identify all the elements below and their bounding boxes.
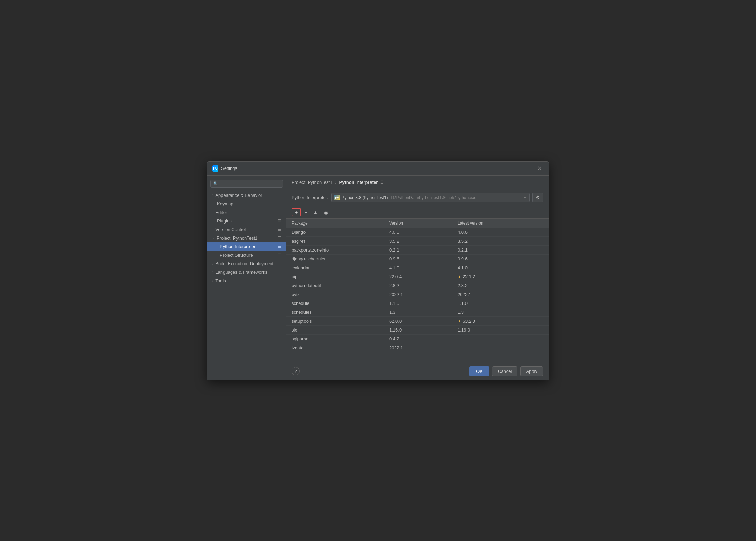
- collapse-arrow-languages: ›: [212, 270, 213, 274]
- cell-package: backports.zoneinfo: [292, 247, 389, 253]
- search-icon: 🔍: [213, 181, 218, 186]
- eye-button[interactable]: ◉: [321, 208, 331, 216]
- content-area: Project: PythonTest1 › Python Interprete…: [286, 176, 549, 380]
- cell-version: 1.1.0: [389, 301, 458, 306]
- collapse-arrow-appearance: ›: [212, 193, 213, 197]
- sidebar-label-plugins: Plugins: [217, 218, 232, 224]
- cell-latest: 3.5.2: [458, 239, 543, 244]
- sidebar-item-python-interpreter[interactable]: Python Interpreter ☰: [207, 242, 286, 251]
- cell-latest: 0.9.6: [458, 256, 543, 261]
- cell-package: six: [292, 327, 389, 333]
- sidebar-label-languages: Languages & Frameworks: [215, 270, 267, 275]
- table-row[interactable]: backports.zoneinfo 0.2.1 0.2.1: [286, 246, 549, 255]
- breadcrumb-icon: ☰: [380, 180, 384, 185]
- sidebar: 🔍 › Appearance & Behavior Keymap › Edito…: [207, 176, 286, 380]
- cell-package: icalendar: [292, 265, 389, 270]
- table-row[interactable]: asgiref 3.5.2 3.5.2: [286, 237, 549, 246]
- table-row[interactable]: sqlparse 0.4.2: [286, 335, 549, 343]
- cell-latest: [458, 336, 543, 341]
- upgrade-arrow: ▲: [458, 274, 461, 279]
- collapse-arrow-tools: ›: [212, 279, 213, 283]
- ok-button[interactable]: OK: [469, 366, 489, 376]
- collapse-arrow-build: ›: [212, 262, 213, 266]
- col-version: Version: [389, 221, 458, 226]
- cell-latest: 1.1.0: [458, 301, 543, 306]
- table-row[interactable]: schedules 1.3 1.3: [286, 308, 549, 317]
- apply-button[interactable]: Apply: [520, 366, 543, 376]
- sidebar-item-project[interactable]: ∨ Project: PythonTest1 ☰: [207, 234, 286, 242]
- sidebar-item-languages[interactable]: › Languages & Frameworks: [207, 268, 286, 276]
- cell-package: pytz: [292, 292, 389, 297]
- table-row[interactable]: six 1.16.0 1.16.0: [286, 326, 549, 335]
- sidebar-item-project-structure[interactable]: Project Structure ☰: [207, 251, 286, 259]
- dialog-title: Settings: [221, 166, 237, 171]
- table-row[interactable]: tzdata 2022.1: [286, 343, 549, 352]
- table-row[interactable]: schedule 1.1.0 1.1.0: [286, 299, 549, 308]
- pin-icon-project: ☰: [278, 236, 281, 240]
- breadcrumb-separator: ›: [335, 180, 336, 185]
- cell-package: pip: [292, 274, 389, 279]
- cell-version: 4.0.6: [389, 230, 458, 235]
- sidebar-item-plugins[interactable]: Plugins ☰: [207, 217, 286, 225]
- title-bar: PC Settings ✕: [207, 162, 549, 176]
- cell-version: 1.3: [389, 310, 458, 315]
- interpreter-settings-button[interactable]: ⚙: [532, 193, 543, 202]
- cell-package: python-dateutil: [292, 283, 389, 288]
- cell-latest: [458, 345, 543, 350]
- interpreter-name: Python 3.8 (PythonTest1): [342, 195, 388, 200]
- table-row[interactable]: icalendar 4.1.0 4.1.0: [286, 263, 549, 272]
- table-row[interactable]: pip 22.0.4 ▲ 22.1.2: [286, 272, 549, 281]
- cell-version: 0.9.6: [389, 256, 458, 261]
- cell-version: 4.1.0: [389, 265, 458, 270]
- cell-version: 2022.1: [389, 345, 458, 350]
- table-header: Package Version Latest version: [286, 219, 549, 228]
- sidebar-label-project-structure: Project Structure: [220, 253, 253, 258]
- cell-version: 1.16.0: [389, 327, 458, 333]
- sidebar-label-build: Build, Execution, Deployment: [215, 261, 273, 266]
- sidebar-label-vc: Version Control: [215, 227, 246, 232]
- sidebar-item-appearance[interactable]: › Appearance & Behavior: [207, 191, 286, 200]
- help-button[interactable]: ?: [292, 367, 300, 375]
- sidebar-item-tools[interactable]: › Tools: [207, 276, 286, 285]
- cell-latest: 2.8.2: [458, 283, 543, 288]
- interpreter-label: Python Interpreter:: [292, 195, 328, 200]
- cancel-button[interactable]: Cancel: [492, 366, 517, 376]
- table-row[interactable]: python-dateutil 2.8.2 2.8.2: [286, 281, 549, 290]
- pin-icon-vc: ☰: [278, 227, 281, 232]
- cell-package: asgiref: [292, 239, 389, 244]
- collapse-arrow-vc: ›: [212, 228, 213, 231]
- sidebar-item-editor[interactable]: › Editor: [207, 208, 286, 217]
- cell-version: 0.2.1: [389, 247, 458, 253]
- collapse-arrow-editor: ›: [212, 211, 213, 214]
- add-package-button[interactable]: +: [292, 208, 301, 216]
- cell-version: 22.0.4: [389, 274, 458, 279]
- up-button[interactable]: ▲: [311, 208, 321, 216]
- col-package: Package: [292, 221, 389, 226]
- table-row[interactable]: Django 4.0.6 4.0.6: [286, 228, 549, 237]
- sidebar-item-build[interactable]: › Build, Execution, Deployment: [207, 259, 286, 268]
- cell-package: django-scheduler: [292, 256, 389, 261]
- table-row[interactable]: pytz 2022.1 2022.1: [286, 290, 549, 299]
- table-row[interactable]: setuptools 62.0.0 ▲ 63.2.0: [286, 317, 549, 326]
- cell-package: schedule: [292, 301, 389, 306]
- sidebar-item-version-control[interactable]: › Version Control ☰: [207, 225, 286, 234]
- interpreter-select[interactable]: Py Python 3.8 (PythonTest1) D:\PythonDat…: [331, 193, 530, 202]
- cell-version: 3.5.2: [389, 239, 458, 244]
- breadcrumb: Project: PythonTest1 › Python Interprete…: [286, 176, 549, 189]
- app-icon: PC: [212, 165, 218, 172]
- cell-package: sqlparse: [292, 336, 389, 341]
- sidebar-label-tools: Tools: [215, 278, 226, 283]
- sidebar-label-project: Project: PythonTest1: [217, 235, 257, 241]
- cell-latest: 1.3: [458, 310, 543, 315]
- cell-version: 2.8.2: [389, 283, 458, 288]
- table-row[interactable]: django-scheduler 0.9.6 0.9.6: [286, 255, 549, 263]
- close-button[interactable]: ✕: [535, 165, 544, 172]
- search-box[interactable]: 🔍: [210, 180, 283, 188]
- cell-version: 2022.1: [389, 292, 458, 297]
- remove-package-button[interactable]: −: [301, 208, 310, 216]
- footer-buttons: OK Cancel Apply: [469, 366, 543, 376]
- package-table: Package Version Latest version Django 4.…: [286, 219, 549, 363]
- sidebar-item-keymap[interactable]: Keymap: [207, 200, 286, 208]
- interpreter-bar: Python Interpreter: Py Python 3.8 (Pytho…: [286, 189, 549, 206]
- col-latest: Latest version: [458, 221, 543, 226]
